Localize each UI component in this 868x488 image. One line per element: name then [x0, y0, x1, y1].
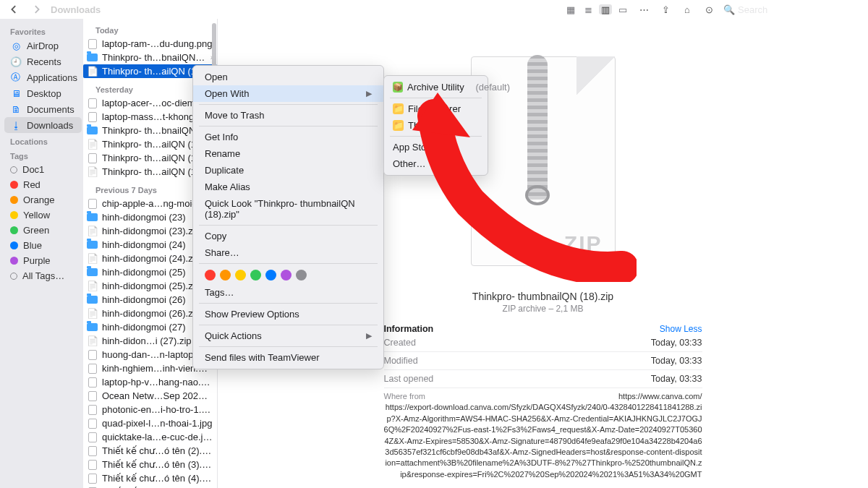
tag-color-dot[interactable] [205, 270, 216, 281]
tag-icon[interactable]: ⌂ [680, 2, 694, 17]
sidebar-tag-blue[interactable]: Blue [4, 238, 82, 253]
file-item[interactable]: laptop-ram-…du-dung.png [83, 37, 217, 51]
finder-window: Downloads ▦ ≣ ▥ ▭ ⋯ ⇪ ⌂ ⊙ 🔍 Search Favor… [0, 0, 868, 488]
file-item[interactable]: Thiết kế chư…ó tên (2).png [83, 444, 217, 458]
tag-color-dot[interactable] [220, 270, 231, 281]
sidebar-tag-alltags[interactable]: All Tags… [4, 268, 82, 283]
nav-back-icon[interactable] [7, 2, 22, 17]
search-field[interactable]: 🔍 Search [723, 4, 861, 15]
share-icon[interactable]: ⇪ [658, 2, 673, 17]
file-item[interactable]: Thinkpro- th…bnailQN (18)› [83, 51, 217, 64]
file-item[interactable]: quad-pixel-l…n-thoai-1.jpg [83, 416, 217, 430]
cm-teamviewer[interactable]: Send files with TeamViewer [193, 349, 383, 366]
file-name: photonic-en…i-ho-tro-1.jpg [102, 404, 213, 415]
image-icon [87, 418, 98, 429]
view-icon-grid[interactable]: ▦ [564, 4, 577, 14]
downloads-icon: ⭳ [10, 119, 22, 131]
sm-archive-utility[interactable]: 📦Archive Utility (default) [384, 79, 488, 95]
view-icon-list[interactable]: ≣ [582, 4, 595, 14]
zip-label: .ZIP [556, 231, 602, 256]
folder-icon: 📁 [393, 103, 404, 114]
cm-tag-colors[interactable] [193, 266, 383, 284]
image-icon [87, 445, 98, 456]
tag-color-dot[interactable] [296, 270, 307, 281]
window-title: Downloads [51, 4, 101, 15]
tag-dot-icon [10, 181, 18, 189]
sidebar-item-applications[interactable]: ⒶApplications [4, 69, 82, 85]
sm-other[interactable]: Other… [384, 155, 488, 172]
meta-row: ModifiedToday, 03:33 [384, 351, 702, 369]
search-icon: 🔍 [723, 4, 735, 15]
cm-share[interactable]: Share… [193, 244, 383, 261]
file-item[interactable]: quicktake-la…e-cuc-de.jpg [83, 430, 217, 444]
apps-icon: Ⓐ [10, 72, 22, 83]
cm-quick-look[interactable]: Quick Look "Thinkpro- thumbnailQN (18).z… [193, 195, 383, 223]
cm-trash[interactable]: Move to Trash [193, 107, 383, 124]
file-section-header: Today [83, 19, 217, 37]
separator [199, 126, 378, 127]
sidebar-tag-green[interactable]: Green [4, 223, 82, 238]
sidebar-tag-orange[interactable]: Orange [4, 192, 82, 207]
file-name: Thiết kế chư…ó tên (2).png [102, 445, 213, 456]
separator [199, 346, 378, 347]
sidebar-tag-doc1[interactable]: Doc1 [4, 162, 82, 177]
sidebar-item-documents[interactable]: 🗎Documents [4, 101, 82, 117]
toolbar: Downloads ▦ ≣ ▥ ▭ ⋯ ⇪ ⌂ ⊙ 🔍 Search [0, 0, 868, 19]
sidebar-item-recents[interactable]: 🕘Recents [4, 53, 82, 69]
cm-get-info[interactable]: Get Info [193, 129, 383, 145]
sidebar-tag-red[interactable]: Red [4, 177, 82, 192]
tag-color-dot[interactable] [235, 270, 246, 281]
show-less-link[interactable]: Show Less [660, 324, 702, 334]
image-icon [87, 404, 98, 415]
cm-copy[interactable]: Copy [193, 228, 383, 244]
sm-file-explorer[interactable]: 📁File Explorer [384, 100, 488, 117]
cm-show-preview[interactable]: Show Preview Options [193, 306, 383, 322]
file-item[interactable]: Thiết kế chư…ó tên (5).png [83, 485, 217, 488]
sidebar-item-downloads[interactable]: ⭳Downloads [4, 117, 82, 133]
action-icon[interactable]: ⊙ [702, 2, 716, 17]
view-icon-columns[interactable]: ▥ [599, 4, 612, 14]
sidebar-section-tags: Tags [4, 147, 82, 162]
nav-fwd-icon[interactable] [29, 2, 43, 17]
image-icon [87, 38, 98, 49]
group-icon[interactable]: ⋯ [637, 2, 651, 17]
view-mode-group[interactable]: ▦ ≣ ▥ ▭ [564, 4, 629, 14]
file-item[interactable]: Ocean Netw…Sep 2024.pdf [83, 389, 217, 403]
tag-color-dot[interactable] [281, 270, 292, 281]
zip-icon: 📄 [87, 66, 98, 77]
tag-color-dot[interactable] [250, 270, 261, 281]
sm-unarchiver[interactable]: 📁The Un… [384, 117, 488, 134]
cm-rename[interactable]: Rename [193, 145, 383, 162]
cm-open[interactable]: Open [193, 69, 383, 85]
cm-quick-actions[interactable]: Quick Actions▶ [193, 328, 383, 344]
meta-row: CreatedToday, 03:33 [384, 334, 702, 351]
folder-icon [87, 125, 98, 136]
file-item[interactable]: Thiết kế chư…ó tên (3).png [83, 458, 217, 471]
folder-icon [87, 52, 98, 63]
cm-make-alias[interactable]: Make Alias [193, 179, 383, 195]
sidebar-tag-purple[interactable]: Purple [4, 253, 82, 268]
cm-open-with[interactable]: Open With▶ [193, 85, 383, 102]
zip-icon: 📄 [87, 166, 98, 177]
file-item[interactable]: Thiết kế chư…ó tên (4).png [83, 471, 217, 485]
cm-tags-label[interactable]: Tags… [193, 284, 383, 301]
sm-app-store[interactable]: App Store… [384, 139, 488, 155]
separator [199, 263, 378, 264]
folder-icon [87, 267, 98, 278]
zip-icon: 📄 [87, 226, 98, 236]
image-icon [87, 459, 98, 470]
file-item[interactable]: photonic-en…i-ho-tro-1.jpg [83, 403, 217, 416]
sidebar-item-desktop[interactable]: 🖥Desktop [4, 85, 82, 101]
file-title: Thinkpro- thumbnailQN (18).zip [384, 291, 702, 302]
file-item[interactable]: laptop-hp-v…hang-nao.png [83, 375, 217, 389]
cm-duplicate[interactable]: Duplicate [193, 162, 383, 179]
sidebar-item-airdrop[interactable]: ◎AirDrop [4, 38, 82, 53]
chevron-right-icon: ▶ [366, 331, 372, 341]
tag-color-dot[interactable] [265, 270, 276, 281]
tag-dot-icon [10, 211, 18, 219]
folder-icon [87, 212, 98, 223]
image-icon [87, 473, 98, 484]
desktop-icon: 🖥 [10, 87, 22, 99]
view-icon-gallery[interactable]: ▭ [616, 4, 629, 14]
sidebar-tag-yellow[interactable]: Yellow [4, 207, 82, 223]
